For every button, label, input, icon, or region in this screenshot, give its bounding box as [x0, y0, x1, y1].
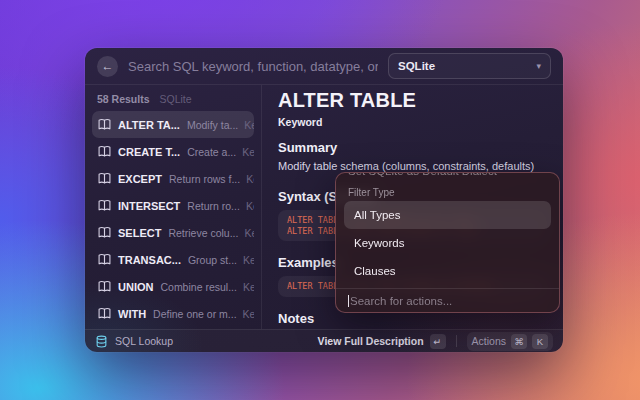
results-scope: SQLite — [160, 93, 192, 105]
list-item[interactable]: INTERSECT Return ro... Keywo... — [92, 192, 254, 219]
clipped-action-item[interactable]: Set SQLite as Default Dialect — [336, 173, 559, 181]
book-icon — [98, 172, 111, 185]
results-count: 58 Results — [97, 93, 150, 105]
item-subtitle: Return ro... — [187, 200, 240, 212]
dialect-dropdown[interactable]: SQLite ▾ — [388, 53, 551, 79]
item-accessory: Keywo... — [238, 227, 254, 239]
item-accessory: Keywo... — [237, 308, 254, 320]
list-item[interactable]: WITH Define one or m... Keywo... — [92, 300, 254, 327]
sql-lookup-window: ← SQLite ▾ 58 Results SQLite ALTER TA...… — [85, 48, 563, 352]
item-subtitle: Define one or m... — [153, 308, 236, 320]
item-title: ALTER TA... — [118, 119, 180, 131]
k-key-badge: K — [532, 334, 548, 349]
filter-option-all-types[interactable]: All Types — [344, 201, 551, 229]
text-caret — [348, 295, 349, 307]
item-title: CREATE T... — [118, 146, 180, 158]
item-title: TRANSAC... — [118, 254, 181, 266]
list-header: 58 Results SQLite — [92, 90, 254, 111]
item-subtitle: Create a... — [187, 146, 236, 158]
summary-heading: Summary — [278, 140, 547, 155]
list-item[interactable]: EXCEPT Return rows f... Keywo... — [92, 165, 254, 192]
item-accessory: Keywo... — [237, 254, 254, 266]
footer-bar: SQL Lookup View Full Description ↵ Actio… — [85, 329, 563, 352]
book-icon — [98, 253, 111, 266]
list-item[interactable]: CREATE T... Create a... Keywo... — [92, 138, 254, 165]
book-icon — [98, 145, 111, 158]
item-accessory: Keywo... — [240, 173, 254, 185]
cmd-key-badge: ⌘ — [511, 334, 527, 349]
summary-text: Modify table schema (columns, constraint… — [278, 159, 547, 173]
detail-type-badge: Keyword — [278, 116, 547, 128]
book-icon — [98, 226, 111, 239]
item-accessory: Keywo... — [236, 146, 254, 158]
back-button[interactable]: ← — [97, 56, 118, 77]
item-accessory: Keywo... — [237, 281, 254, 293]
footer-divider — [456, 335, 457, 347]
book-icon — [98, 118, 111, 131]
item-subtitle: Return rows f... — [169, 173, 240, 185]
list-item[interactable]: TRANSAC... Group st... Keywo... — [92, 246, 254, 273]
app-name: SQL Lookup — [115, 335, 173, 347]
item-accessory: Keywo... — [240, 200, 254, 212]
list-item[interactable]: SELECT Retrieve colu... Keywo... — [92, 219, 254, 246]
item-subtitle: Group st... — [188, 254, 237, 266]
results-list: 58 Results SQLite ALTER TA... Modify ta.… — [85, 85, 262, 329]
filter-option-clauses[interactable]: Clauses — [344, 257, 551, 285]
list-item[interactable]: ALTER TA... Modify ta... Keywo... — [92, 111, 254, 138]
list-item[interactable]: UNION Combine resul... Keywo... — [92, 273, 254, 300]
actions-popup: Set SQLite as Default Dialect Filter Typ… — [335, 172, 560, 313]
item-title: EXCEPT — [118, 173, 162, 185]
item-title: INTERSECT — [118, 200, 180, 212]
search-input[interactable] — [128, 59, 378, 74]
chevron-down-icon: ▾ — [536, 61, 541, 71]
arrow-left-icon: ← — [102, 59, 114, 73]
filter-type-section-label: Filter Type — [348, 187, 547, 198]
enter-key-badge: ↵ — [430, 334, 446, 349]
actions-label: Actions — [472, 335, 506, 347]
item-title: UNION — [118, 281, 153, 293]
actions-button[interactable]: Actions ⌘ K — [467, 332, 553, 351]
item-subtitle: Modify ta... — [187, 119, 238, 131]
item-title: SELECT — [118, 227, 161, 239]
book-icon — [98, 280, 111, 293]
view-full-description-button[interactable]: View Full Description — [318, 335, 424, 347]
item-subtitle: Combine resul... — [160, 281, 236, 293]
filter-option-keywords[interactable]: Keywords — [344, 229, 551, 257]
actions-search-input[interactable] — [350, 295, 547, 307]
item-title: WITH — [118, 308, 146, 320]
item-subtitle: Retrieve colu... — [168, 227, 238, 239]
actions-search-row — [336, 289, 559, 312]
item-accessory: Keywo... — [238, 119, 254, 131]
book-icon — [98, 307, 111, 320]
search-header: ← SQLite ▾ — [85, 48, 563, 85]
dialect-value: SQLite — [398, 60, 435, 72]
detail-title: ALTER TABLE — [278, 89, 547, 112]
database-icon — [95, 335, 108, 348]
book-icon — [98, 199, 111, 212]
